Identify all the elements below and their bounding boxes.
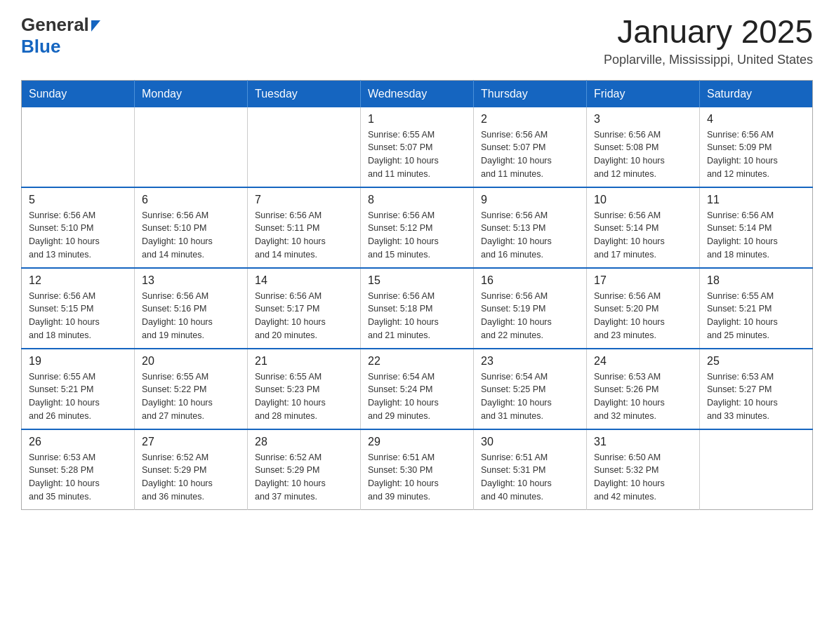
weekday-header-thursday: Thursday [474,80,587,107]
logo-arrow-icon [91,20,100,32]
calendar-week-row: 5Sunrise: 6:56 AM Sunset: 5:10 PM Daylig… [22,187,813,268]
day-number: 17 [594,274,692,287]
title-area: January 2025 Poplarville, Mississippi, U… [604,14,813,67]
day-info: Sunrise: 6:52 AM Sunset: 5:29 PM Dayligh… [142,451,240,504]
weekday-header-sunday: Sunday [22,80,135,107]
calendar-body: 1Sunrise: 6:55 AM Sunset: 5:07 PM Daylig… [22,107,813,510]
day-info: Sunrise: 6:56 AM Sunset: 5:19 PM Dayligh… [481,290,579,342]
calendar-cell: 1Sunrise: 6:55 AM Sunset: 5:07 PM Daylig… [361,107,474,187]
weekday-header-monday: Monday [135,80,248,107]
calendar-cell: 28Sunrise: 6:52 AM Sunset: 5:29 PM Dayli… [248,429,361,510]
weekday-header-wednesday: Wednesday [361,80,474,107]
calendar-header: SundayMondayTuesdayWednesdayThursdayFrid… [22,80,813,107]
calendar-cell [700,429,813,510]
day-info: Sunrise: 6:56 AM Sunset: 5:18 PM Dayligh… [368,290,466,342]
day-number: 27 [142,436,240,448]
day-info: Sunrise: 6:56 AM Sunset: 5:14 PM Dayligh… [707,209,805,262]
calendar-cell: 2Sunrise: 6:56 AM Sunset: 5:07 PM Daylig… [474,107,587,187]
calendar-cell: 11Sunrise: 6:56 AM Sunset: 5:14 PM Dayli… [700,187,813,268]
day-number: 20 [142,355,240,368]
day-number: 22 [368,355,466,368]
calendar-cell: 17Sunrise: 6:56 AM Sunset: 5:20 PM Dayli… [587,268,700,349]
day-number: 13 [142,274,240,287]
calendar-cell: 27Sunrise: 6:52 AM Sunset: 5:29 PM Dayli… [135,429,248,510]
weekday-header-friday: Friday [587,80,700,107]
logo-blue-text: Blue [21,36,60,58]
day-info: Sunrise: 6:56 AM Sunset: 5:09 PM Dayligh… [707,128,805,181]
day-number: 16 [481,274,579,287]
day-number: 9 [481,194,579,206]
day-info: Sunrise: 6:54 AM Sunset: 5:25 PM Dayligh… [481,370,579,423]
calendar-cell: 31Sunrise: 6:50 AM Sunset: 5:32 PM Dayli… [587,429,700,510]
day-number: 29 [368,436,466,448]
day-number: 14 [255,274,353,287]
day-info: Sunrise: 6:56 AM Sunset: 5:12 PM Dayligh… [368,209,466,262]
day-number: 31 [594,436,692,448]
day-info: Sunrise: 6:54 AM Sunset: 5:24 PM Dayligh… [368,370,466,423]
calendar-cell: 18Sunrise: 6:55 AM Sunset: 5:21 PM Dayli… [700,268,813,349]
day-info: Sunrise: 6:56 AM Sunset: 5:17 PM Dayligh… [255,290,353,342]
day-number: 30 [481,436,579,448]
day-info: Sunrise: 6:55 AM Sunset: 5:22 PM Dayligh… [142,370,240,423]
calendar-cell: 20Sunrise: 6:55 AM Sunset: 5:22 PM Dayli… [135,349,248,429]
weekday-header-row: SundayMondayTuesdayWednesdayThursdayFrid… [22,80,813,107]
day-number: 12 [29,274,127,287]
day-info: Sunrise: 6:56 AM Sunset: 5:11 PM Dayligh… [255,209,353,262]
calendar-cell: 24Sunrise: 6:53 AM Sunset: 5:26 PM Dayli… [587,349,700,429]
calendar-cell: 8Sunrise: 6:56 AM Sunset: 5:12 PM Daylig… [361,187,474,268]
day-info: Sunrise: 6:55 AM Sunset: 5:21 PM Dayligh… [707,290,805,342]
day-number: 2 [481,113,579,126]
weekday-header-tuesday: Tuesday [248,80,361,107]
calendar-week-row: 19Sunrise: 6:55 AM Sunset: 5:21 PM Dayli… [22,349,813,429]
calendar-cell: 7Sunrise: 6:56 AM Sunset: 5:11 PM Daylig… [248,187,361,268]
calendar-cell: 14Sunrise: 6:56 AM Sunset: 5:17 PM Dayli… [248,268,361,349]
day-number: 15 [368,274,466,287]
day-info: Sunrise: 6:56 AM Sunset: 5:15 PM Dayligh… [29,290,127,342]
day-number: 24 [594,355,692,368]
calendar-cell [248,107,361,187]
calendar-subtitle: Poplarville, Mississippi, United States [604,53,813,67]
calendar-cell: 12Sunrise: 6:56 AM Sunset: 5:15 PM Dayli… [22,268,135,349]
calendar-cell: 13Sunrise: 6:56 AM Sunset: 5:16 PM Dayli… [135,268,248,349]
calendar-cell: 4Sunrise: 6:56 AM Sunset: 5:09 PM Daylig… [700,107,813,187]
day-number: 18 [707,274,805,287]
calendar-cell [22,107,135,187]
calendar-cell: 21Sunrise: 6:55 AM Sunset: 5:23 PM Dayli… [248,349,361,429]
day-info: Sunrise: 6:55 AM Sunset: 5:21 PM Dayligh… [29,370,127,423]
day-info: Sunrise: 6:56 AM Sunset: 5:10 PM Dayligh… [29,209,127,262]
day-info: Sunrise: 6:56 AM Sunset: 5:20 PM Dayligh… [594,290,692,342]
calendar-cell: 6Sunrise: 6:56 AM Sunset: 5:10 PM Daylig… [135,187,248,268]
calendar-cell [135,107,248,187]
calendar-week-row: 26Sunrise: 6:53 AM Sunset: 5:28 PM Dayli… [22,429,813,510]
calendar-title: January 2025 [604,14,813,50]
day-number: 26 [29,436,127,448]
calendar-cell: 3Sunrise: 6:56 AM Sunset: 5:08 PM Daylig… [587,107,700,187]
day-info: Sunrise: 6:56 AM Sunset: 5:16 PM Dayligh… [142,290,240,342]
day-info: Sunrise: 6:55 AM Sunset: 5:23 PM Dayligh… [255,370,353,423]
day-info: Sunrise: 6:56 AM Sunset: 5:10 PM Dayligh… [142,209,240,262]
day-info: Sunrise: 6:51 AM Sunset: 5:30 PM Dayligh… [368,451,466,504]
day-number: 4 [707,113,805,126]
calendar-week-row: 1Sunrise: 6:55 AM Sunset: 5:07 PM Daylig… [22,107,813,187]
calendar-cell: 23Sunrise: 6:54 AM Sunset: 5:25 PM Dayli… [474,349,587,429]
day-info: Sunrise: 6:53 AM Sunset: 5:26 PM Dayligh… [594,370,692,423]
day-number: 28 [255,436,353,448]
calendar-cell: 30Sunrise: 6:51 AM Sunset: 5:31 PM Dayli… [474,429,587,510]
day-info: Sunrise: 6:53 AM Sunset: 5:27 PM Dayligh… [707,370,805,423]
calendar-cell: 5Sunrise: 6:56 AM Sunset: 5:10 PM Daylig… [22,187,135,268]
logo-general-text: General [21,14,89,36]
day-number: 25 [707,355,805,368]
day-info: Sunrise: 6:50 AM Sunset: 5:32 PM Dayligh… [594,451,692,504]
calendar-week-row: 12Sunrise: 6:56 AM Sunset: 5:15 PM Dayli… [22,268,813,349]
day-number: 11 [707,194,805,206]
calendar-cell: 25Sunrise: 6:53 AM Sunset: 5:27 PM Dayli… [700,349,813,429]
day-info: Sunrise: 6:56 AM Sunset: 5:08 PM Dayligh… [594,128,692,181]
calendar-cell: 29Sunrise: 6:51 AM Sunset: 5:30 PM Dayli… [361,429,474,510]
calendar-cell: 9Sunrise: 6:56 AM Sunset: 5:13 PM Daylig… [474,187,587,268]
day-info: Sunrise: 6:52 AM Sunset: 5:29 PM Dayligh… [255,451,353,504]
day-number: 6 [142,194,240,206]
calendar-table: SundayMondayTuesdayWednesdayThursdayFrid… [21,80,813,510]
day-info: Sunrise: 6:56 AM Sunset: 5:14 PM Dayligh… [594,209,692,262]
day-number: 7 [255,194,353,206]
day-number: 19 [29,355,127,368]
